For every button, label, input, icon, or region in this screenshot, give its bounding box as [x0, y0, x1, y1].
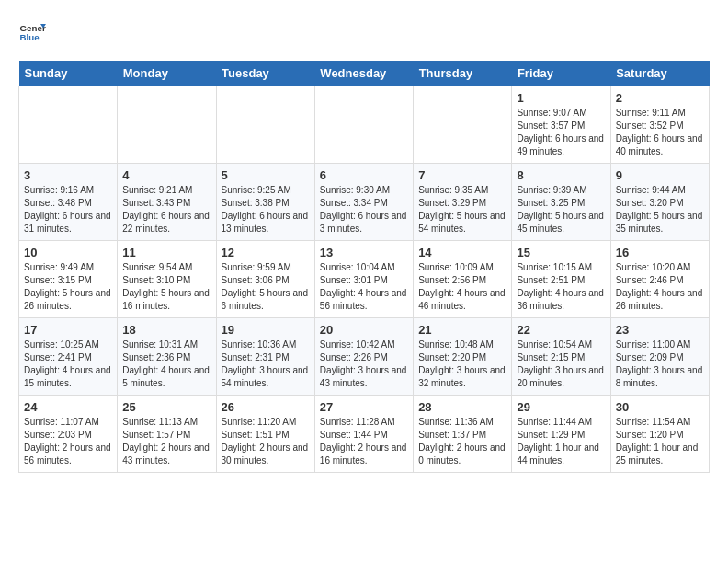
calendar-cell: 24Sunrise: 11:07 AM Sunset: 2:03 PM Dayl…	[19, 396, 118, 473]
calendar-cell: 13Sunrise: 10:04 AM Sunset: 3:01 PM Dayl…	[314, 241, 413, 318]
day-number: 7	[418, 168, 506, 182]
calendar-cell: 1Sunrise: 9:07 AM Sunset: 3:57 PM Daylig…	[512, 86, 610, 164]
day-number: 21	[418, 323, 506, 337]
calendar-cell	[314, 86, 413, 164]
day-info: Sunrise: 11:28 AM Sunset: 1:44 PM Daylig…	[320, 416, 408, 467]
day-number: 20	[320, 323, 408, 337]
day-info: Sunrise: 9:59 AM Sunset: 3:06 PM Dayligh…	[222, 261, 310, 313]
calendar-cell: 2Sunrise: 9:11 AM Sunset: 3:52 PM Daylig…	[610, 86, 709, 164]
calendar-cell: 3Sunrise: 9:16 AM Sunset: 3:48 PM Daylig…	[19, 164, 118, 241]
day-number: 28	[418, 400, 506, 414]
calendar-cell: 10Sunrise: 9:49 AM Sunset: 3:15 PM Dayli…	[19, 241, 118, 318]
calendar-cell: 30Sunrise: 11:54 AM Sunset: 1:20 PM Dayl…	[610, 396, 709, 473]
calendar-cell: 18Sunrise: 10:31 AM Sunset: 2:36 PM Dayl…	[118, 318, 216, 396]
day-info: Sunrise: 9:21 AM Sunset: 3:43 PM Dayligh…	[122, 184, 210, 236]
day-info: Sunrise: 11:07 AM Sunset: 2:03 PM Daylig…	[24, 416, 112, 467]
day-number: 5	[222, 168, 310, 182]
day-number: 4	[122, 168, 210, 182]
calendar-body: 1Sunrise: 9:07 AM Sunset: 3:57 PM Daylig…	[19, 86, 710, 473]
day-info: Sunrise: 9:30 AM Sunset: 3:34 PM Dayligh…	[320, 184, 408, 236]
day-number: 19	[222, 323, 310, 337]
day-info: Sunrise: 11:44 AM Sunset: 1:29 PM Daylig…	[517, 416, 605, 467]
day-info: Sunrise: 10:54 AM Sunset: 2:15 PM Daylig…	[517, 339, 605, 390]
calendar-header-saturday: Saturday	[610, 61, 709, 86]
day-info: Sunrise: 9:39 AM Sunset: 3:25 PM Dayligh…	[517, 184, 605, 236]
day-info: Sunrise: 10:25 AM Sunset: 2:41 PM Daylig…	[24, 339, 112, 390]
calendar-cell: 19Sunrise: 10:36 AM Sunset: 2:31 PM Dayl…	[216, 318, 314, 396]
day-info: Sunrise: 11:13 AM Sunset: 1:57 PM Daylig…	[122, 416, 210, 467]
day-info: Sunrise: 9:16 AM Sunset: 3:48 PM Dayligh…	[24, 184, 112, 236]
day-info: Sunrise: 11:54 AM Sunset: 1:20 PM Daylig…	[616, 416, 704, 467]
day-info: Sunrise: 10:48 AM Sunset: 2:20 PM Daylig…	[418, 339, 506, 390]
day-number: 29	[517, 400, 605, 414]
day-number: 27	[320, 400, 408, 414]
day-info: Sunrise: 9:44 AM Sunset: 3:20 PM Dayligh…	[616, 184, 704, 236]
day-number: 17	[24, 323, 112, 337]
calendar-cell: 20Sunrise: 10:42 AM Sunset: 2:26 PM Dayl…	[314, 318, 413, 396]
day-info: Sunrise: 9:25 AM Sunset: 3:38 PM Dayligh…	[222, 184, 310, 236]
calendar-cell	[118, 86, 216, 164]
calendar-header-tuesday: Tuesday	[216, 61, 314, 86]
day-info: Sunrise: 9:35 AM Sunset: 3:29 PM Dayligh…	[418, 184, 506, 236]
day-number: 9	[616, 168, 704, 182]
day-info: Sunrise: 10:42 AM Sunset: 2:26 PM Daylig…	[320, 339, 408, 390]
day-number: 23	[616, 323, 704, 337]
calendar-cell: 8Sunrise: 9:39 AM Sunset: 3:25 PM Daylig…	[512, 164, 610, 241]
day-number: 16	[616, 246, 704, 259]
calendar-cell: 29Sunrise: 11:44 AM Sunset: 1:29 PM Dayl…	[512, 396, 610, 473]
day-number: 8	[517, 168, 605, 182]
calendar-header-sunday: Sunday	[19, 61, 118, 86]
day-info: Sunrise: 10:36 AM Sunset: 2:31 PM Daylig…	[222, 339, 310, 390]
day-number: 10	[24, 246, 112, 259]
calendar-header-thursday: Thursday	[414, 61, 512, 86]
day-info: Sunrise: 9:11 AM Sunset: 3:52 PM Dayligh…	[616, 107, 704, 158]
day-number: 3	[24, 168, 112, 182]
calendar-week-5: 24Sunrise: 11:07 AM Sunset: 2:03 PM Dayl…	[19, 396, 710, 473]
calendar-week-3: 10Sunrise: 9:49 AM Sunset: 3:15 PM Dayli…	[19, 241, 710, 318]
day-info: Sunrise: 10:15 AM Sunset: 2:51 PM Daylig…	[517, 261, 605, 313]
calendar-cell: 15Sunrise: 10:15 AM Sunset: 2:51 PM Dayl…	[512, 241, 610, 318]
calendar-header-monday: Monday	[118, 61, 216, 86]
day-number: 6	[320, 168, 408, 182]
logo: General Blue	[18, 18, 46, 46]
day-number: 2	[616, 91, 704, 105]
calendar-header-row: SundayMondayTuesdayWednesdayThursdayFrid…	[19, 61, 710, 86]
day-info: Sunrise: 9:07 AM Sunset: 3:57 PM Dayligh…	[517, 107, 605, 158]
calendar-cell: 5Sunrise: 9:25 AM Sunset: 3:38 PM Daylig…	[216, 164, 314, 241]
calendar-cell	[216, 86, 314, 164]
day-number: 13	[320, 246, 408, 259]
calendar-cell: 25Sunrise: 11:13 AM Sunset: 1:57 PM Dayl…	[118, 396, 216, 473]
calendar-cell	[19, 86, 118, 164]
calendar-week-2: 3Sunrise: 9:16 AM Sunset: 3:48 PM Daylig…	[19, 164, 710, 241]
calendar-table: SundayMondayTuesdayWednesdayThursdayFrid…	[18, 61, 710, 473]
day-info: Sunrise: 9:54 AM Sunset: 3:10 PM Dayligh…	[122, 261, 210, 313]
day-number: 30	[616, 400, 704, 414]
calendar-cell: 17Sunrise: 10:25 AM Sunset: 2:41 PM Dayl…	[19, 318, 118, 396]
calendar-cell: 23Sunrise: 11:00 AM Sunset: 2:09 PM Dayl…	[610, 318, 709, 396]
day-info: Sunrise: 9:49 AM Sunset: 3:15 PM Dayligh…	[24, 261, 112, 313]
calendar-cell: 12Sunrise: 9:59 AM Sunset: 3:06 PM Dayli…	[216, 241, 314, 318]
day-number: 11	[122, 246, 210, 259]
svg-text:Blue: Blue	[20, 32, 40, 42]
day-number: 24	[24, 400, 112, 414]
day-info: Sunrise: 10:31 AM Sunset: 2:36 PM Daylig…	[122, 339, 210, 390]
calendar-week-1: 1Sunrise: 9:07 AM Sunset: 3:57 PM Daylig…	[19, 86, 710, 164]
calendar-cell: 21Sunrise: 10:48 AM Sunset: 2:20 PM Dayl…	[414, 318, 512, 396]
day-number: 1	[517, 91, 605, 105]
day-info: Sunrise: 10:09 AM Sunset: 2:56 PM Daylig…	[418, 261, 506, 313]
day-number: 18	[122, 323, 210, 337]
day-info: Sunrise: 11:36 AM Sunset: 1:37 PM Daylig…	[418, 416, 506, 467]
day-info: Sunrise: 11:20 AM Sunset: 1:51 PM Daylig…	[222, 416, 310, 467]
calendar-cell: 16Sunrise: 10:20 AM Sunset: 2:46 PM Dayl…	[610, 241, 709, 318]
day-number: 14	[418, 246, 506, 259]
calendar-cell: 14Sunrise: 10:09 AM Sunset: 2:56 PM Dayl…	[414, 241, 512, 318]
page-header: General Blue	[18, 18, 710, 46]
day-number: 26	[222, 400, 310, 414]
calendar-cell	[414, 86, 512, 164]
calendar-week-4: 17Sunrise: 10:25 AM Sunset: 2:41 PM Dayl…	[19, 318, 710, 396]
calendar-header-wednesday: Wednesday	[314, 61, 413, 86]
day-info: Sunrise: 11:00 AM Sunset: 2:09 PM Daylig…	[616, 339, 704, 390]
day-info: Sunrise: 10:04 AM Sunset: 3:01 PM Daylig…	[320, 261, 408, 313]
calendar-cell: 22Sunrise: 10:54 AM Sunset: 2:15 PM Dayl…	[512, 318, 610, 396]
calendar-cell: 26Sunrise: 11:20 AM Sunset: 1:51 PM Dayl…	[216, 396, 314, 473]
